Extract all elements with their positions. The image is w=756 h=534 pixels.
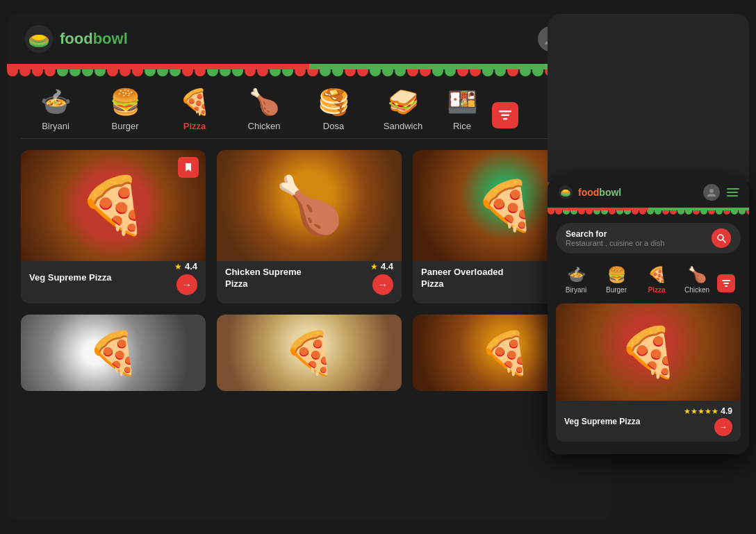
bg-behind-phone: [548, 14, 749, 182]
phone-overlay: foodbowl: [548, 177, 749, 454]
logo-area: foodbowl: [24, 24, 128, 54]
phone-cat-pizza[interactable]: 🍕 Pizza: [636, 266, 677, 294]
food-card-2-footer: Chicken Supreme Pizza ★ 4.4 →: [217, 261, 402, 303]
save-button-1[interactable]: [178, 157, 199, 178]
main-header: foodbowl: [7, 14, 611, 64]
sandwich-emoji: 🥪: [388, 87, 419, 117]
phone-cat-biryani[interactable]: 🍲 Biryani: [556, 266, 596, 294]
svg-rect-7: [501, 115, 509, 117]
search-text-area: Search for Restaurant , cuisine or a dis…: [566, 229, 664, 247]
go-button-2[interactable]: →: [372, 274, 393, 295]
phone-bottom-padding: [548, 447, 749, 454]
logo-text: foodbowl: [60, 30, 128, 48]
category-pizza[interactable]: 🍕 Pizza: [160, 87, 229, 131]
phone-scallop: [548, 210, 749, 216]
pizza-label: Pizza: [183, 121, 206, 131]
dosa-label: Dosa: [323, 121, 344, 131]
rice-label: Rice: [453, 121, 471, 131]
food-card-1[interactable]: Veg Supreme Pizza ★ 4.4 →: [21, 150, 206, 303]
dosa-emoji: 🥞: [318, 87, 350, 117]
phone-header-right: [703, 184, 739, 201]
search-label: Search for: [566, 229, 664, 239]
phone-logo-icon: [557, 184, 574, 201]
svg-rect-18: [725, 285, 728, 287]
category-chicken[interactable]: 🍗 Chicken: [229, 87, 299, 131]
category-sandwich[interactable]: 🥪 Sandwich: [368, 87, 438, 131]
bottom-card-1[interactable]: 🍕: [21, 315, 206, 391]
pizza-emoji: 🍕: [179, 87, 211, 117]
category-row: 🍲 Biryani 🍔 Burger 🍕 Pizza 🍗 Chicken 🥞 D…: [7, 76, 611, 138]
phone-category-row: 🍲 Biryani 🍔 Burger 🍕 Pizza 🍗 Chicken: [548, 260, 749, 298]
burger-emoji: 🍔: [110, 87, 141, 117]
burger-label: Burger: [111, 121, 138, 131]
search-box[interactable]: Search for Restaurant , cuisine or a dis…: [556, 223, 741, 253]
chicken-emoji: 🍗: [249, 87, 280, 117]
food-name-2: Chicken Supreme Pizza: [225, 267, 315, 290]
svg-point-4: [32, 35, 46, 40]
bottom-card-2[interactable]: 🍕: [217, 315, 402, 391]
biryani-label: Biryani: [42, 121, 69, 131]
phone-filter-button[interactable]: [717, 274, 735, 292]
svg-point-14: [709, 189, 714, 193]
svg-point-15: [718, 235, 723, 240]
chicken-label: Chicken: [248, 121, 281, 131]
phone-cat-chicken[interactable]: 🍗 Chicken: [677, 266, 717, 294]
food-card-2-image: [217, 150, 402, 261]
category-burger[interactable]: 🍔 Burger: [90, 87, 160, 131]
food-grid: Veg Supreme Pizza ★ 4.4 → Chicken Suprem…: [7, 139, 611, 315]
logo-icon: [24, 24, 54, 54]
food-name-3: Paneer Overloaded Pizza: [421, 267, 511, 290]
phone-user-icon[interactable]: [703, 184, 720, 201]
food-rating-1: ★ 4.4: [174, 261, 197, 272]
svg-rect-17: [723, 283, 729, 284]
food-card-1-footer: Veg Supreme Pizza ★ 4.4 →: [21, 261, 206, 303]
phone-logo-text: foodbowl: [578, 187, 621, 198]
phone-header: foodbowl: [548, 177, 749, 208]
category-biryani[interactable]: 🍲 Biryani: [21, 87, 90, 131]
food-name-1: Veg Supreme Pizza: [29, 272, 112, 284]
phone-food-rating: ★★★★★ 4.9: [684, 406, 732, 416]
search-icon-button[interactable]: [712, 228, 731, 248]
biryani-emoji: 🍲: [40, 87, 72, 117]
scallop-decoration: [7, 69, 611, 76]
svg-rect-8: [503, 118, 507, 120]
phone-featured-image: 🍕: [556, 303, 741, 401]
main-app: foodbowl: [7, 14, 611, 520]
phone-go-button[interactable]: →: [714, 418, 732, 436]
food-bottom-row: 🍕 🍕 🍕: [7, 315, 611, 402]
phone-search-area: Search for Restaurant , cuisine or a dis…: [548, 216, 749, 260]
svg-rect-16: [722, 280, 730, 281]
phone-hamburger-menu-icon[interactable]: [727, 188, 739, 197]
search-placeholder: Restaurant , cuisine or a dish: [566, 239, 664, 247]
svg-point-13: [563, 190, 568, 192]
food-rating-2: ★ 4.4: [370, 261, 393, 272]
svg-rect-6: [499, 110, 511, 112]
filter-button[interactable]: [492, 102, 518, 128]
category-dosa[interactable]: 🥞 Dosa: [299, 87, 368, 131]
phone-cat-burger[interactable]: 🍔 Burger: [596, 266, 636, 294]
sandwich-label: Sandwich: [384, 121, 422, 131]
rice-emoji: 🍱: [447, 87, 478, 117]
phone-featured-card[interactable]: 🍕 Veg Supreme Pizza ★★★★★ 4.9 →: [556, 303, 741, 442]
phone-food-name-area: Veg Supreme Pizza: [564, 417, 640, 426]
go-button-1[interactable]: →: [176, 274, 197, 295]
food-card-2[interactable]: Chicken Supreme Pizza ★ 4.4 →: [217, 150, 402, 303]
phone-logo-area: foodbowl: [557, 184, 621, 201]
top-stripe: [7, 64, 611, 69]
phone-food-footer: Veg Supreme Pizza ★★★★★ 4.9 →: [556, 401, 741, 442]
category-rice[interactable]: 🍱 Rice: [438, 87, 486, 131]
